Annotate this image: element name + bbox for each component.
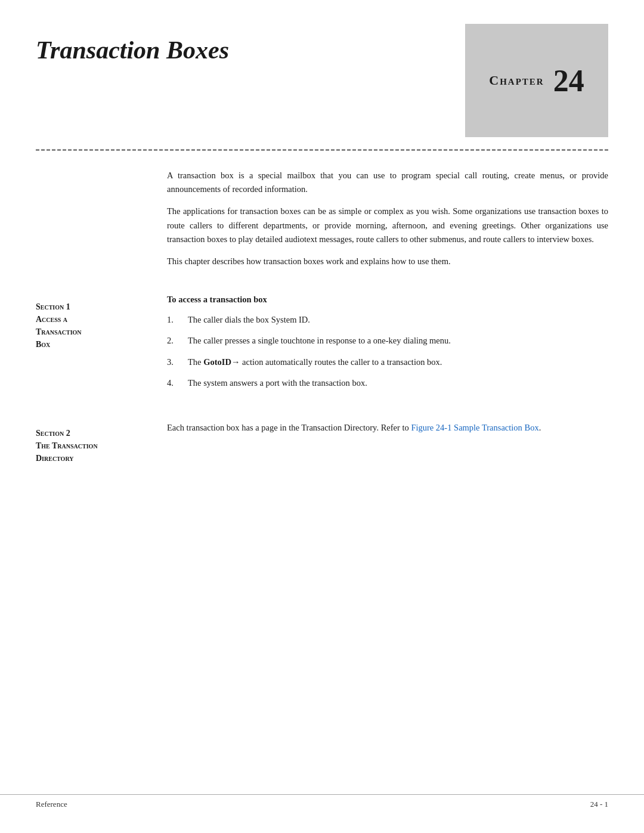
section1-block: Section 1 Access a Transaction Box To ac… xyxy=(36,295,608,397)
list-item: 2. The caller presses a single touchtone… xyxy=(167,334,608,348)
intro-section: A transaction box is a special mailbox t… xyxy=(36,169,608,277)
intro-para-2: The applications for transaction boxes c… xyxy=(167,205,608,246)
section1-label-line2: Access a xyxy=(36,315,67,324)
list-num-4: 4. xyxy=(167,376,182,390)
page: Transaction Boxes Chapter 24 A transacti… xyxy=(0,0,644,833)
section1-right: To access a transaction box 1. The calle… xyxy=(167,295,608,397)
section1-label-line3: Transaction xyxy=(36,327,82,336)
section1-list: 1. The caller dials the box System ID. 2… xyxy=(167,313,608,390)
section2-left: Section 2 The Transaction Directory xyxy=(36,421,167,465)
list-num-1: 1. xyxy=(167,313,182,327)
page-title: Transaction Boxes xyxy=(36,24,229,64)
section2-label: Section 2 The Transaction Directory xyxy=(36,427,155,465)
goto-bold: GotoID→ xyxy=(203,357,240,367)
chapter-number: 24 xyxy=(553,63,584,98)
page-header: Transaction Boxes Chapter 24 xyxy=(0,0,644,137)
directory-text: Each transaction box has a page in the T… xyxy=(167,421,608,435)
footer-left: Reference xyxy=(36,800,67,809)
section1-subhead: To access a transaction box xyxy=(167,295,608,305)
page-footer: Reference 24 - 1 xyxy=(0,794,644,809)
list-text-4: The system answers a port with the trans… xyxy=(188,376,608,390)
directory-period: . xyxy=(539,423,541,432)
section2-label-line1: Section 2 xyxy=(36,429,70,438)
chapter-box: Chapter 24 xyxy=(465,24,608,137)
list-text-3: The GotoID→ action automatically routes … xyxy=(188,355,608,369)
intro-para-3: This chapter describes how transaction b… xyxy=(167,255,608,268)
section1-left: Section 1 Access a Transaction Box xyxy=(36,295,167,397)
list-item: 3. The GotoID→ action automatically rout… xyxy=(167,355,608,369)
section2-right: Each transaction box has a page in the T… xyxy=(167,421,608,465)
section1-label: Section 1 Access a Transaction Box xyxy=(36,301,155,351)
footer-right: 24 - 1 xyxy=(590,800,608,809)
section2-block: Section 2 The Transaction Directory Each… xyxy=(36,421,608,465)
section2-label-line2: The Transaction xyxy=(36,441,98,450)
section1-label-line1: Section 1 xyxy=(36,302,70,311)
list-item: 1. The caller dials the box System ID. xyxy=(167,313,608,327)
directory-body-text: Each transaction box has a page in the T… xyxy=(167,423,411,432)
intro-para-1: A transaction box is a special mailbox t… xyxy=(167,169,608,196)
list-text-1: The caller dials the box System ID. xyxy=(188,313,608,327)
list-text-2: The caller presses a single touchtone in… xyxy=(188,334,608,348)
section2-label-line3: Directory xyxy=(36,454,73,463)
list-num-3: 3. xyxy=(167,355,182,369)
section1-label-line4: Box xyxy=(36,340,50,349)
main-content: A transaction box is a special mailbox t… xyxy=(0,151,644,465)
figure-link[interactable]: Figure 24-1 Sample Transaction Box xyxy=(411,423,538,432)
chapter-label: Chapter xyxy=(489,73,544,88)
list-item: 4. The system answers a port with the tr… xyxy=(167,376,608,390)
list-num-2: 2. xyxy=(167,334,182,348)
